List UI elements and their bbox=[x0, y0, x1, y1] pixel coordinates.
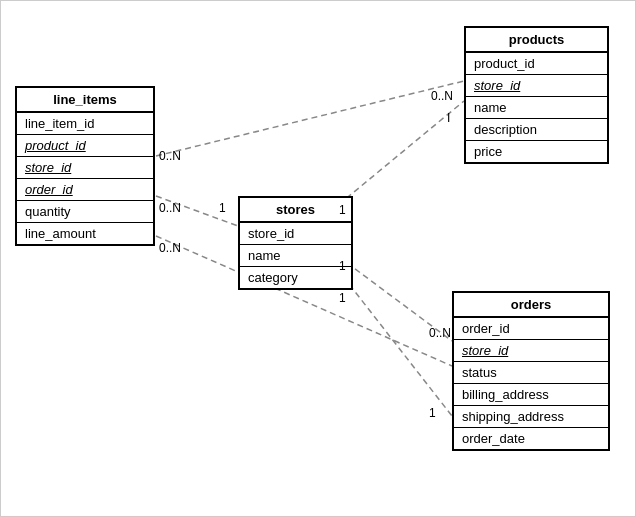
field-line-amount: line_amount bbox=[17, 223, 153, 244]
entity-orders: orders order_id store_id status billing_… bbox=[452, 291, 610, 451]
field-product-id-p: product_id bbox=[466, 53, 607, 75]
field-price: price bbox=[466, 141, 607, 162]
entity-line-items: line_items line_item_id product_id store… bbox=[15, 86, 155, 246]
field-name-p: name bbox=[466, 97, 607, 119]
entity-products-header: products bbox=[466, 28, 607, 53]
field-product-id: product_id bbox=[17, 135, 153, 157]
field-status: status bbox=[454, 362, 608, 384]
entity-orders-header: orders bbox=[454, 293, 608, 318]
card-li-product: 0..N bbox=[159, 149, 181, 163]
field-order-id: order_id bbox=[17, 179, 153, 201]
field-order-date: order_date bbox=[454, 428, 608, 449]
field-category: category bbox=[240, 267, 351, 288]
entity-stores: stores store_id name category bbox=[238, 196, 353, 290]
field-line-item-id: line_item_id bbox=[17, 113, 153, 135]
field-shipping-address: shipping_address bbox=[454, 406, 608, 428]
card-li-order: 0..N bbox=[159, 241, 181, 255]
svg-line-0 bbox=[156, 81, 464, 156]
card-orders-lower-1: 1 bbox=[339, 291, 346, 305]
entity-stores-header: stores bbox=[240, 198, 351, 223]
card-li-store: 0..N bbox=[159, 201, 181, 215]
card-products-stores-n: 0..N bbox=[431, 89, 453, 103]
er-diagram: line_items line_item_id product_id store… bbox=[1, 1, 636, 517]
field-order-id-o: order_id bbox=[454, 318, 608, 340]
card-stores-left-1: 1 bbox=[219, 201, 226, 215]
field-store-id-s: store_id bbox=[240, 223, 351, 245]
field-quantity: quantity bbox=[17, 201, 153, 223]
field-store-id-li: store_id bbox=[17, 157, 153, 179]
entity-products: products product_id store_id name descri… bbox=[464, 26, 609, 164]
field-store-id-o: store_id bbox=[454, 340, 608, 362]
card-orders-lower-n: 1 bbox=[429, 406, 436, 420]
field-description: description bbox=[466, 119, 607, 141]
card-stores-products-1: 1 bbox=[339, 203, 346, 217]
field-billing-address: billing_address bbox=[454, 384, 608, 406]
field-name-s: name bbox=[240, 245, 351, 267]
card-products-i: I bbox=[447, 111, 450, 125]
entity-line-items-header: line_items bbox=[17, 88, 153, 113]
field-store-id-p: store_id bbox=[466, 75, 607, 97]
card-stores-orders-1: 1 bbox=[339, 259, 346, 273]
svg-line-3 bbox=[331, 101, 464, 211]
card-orders-stores-n: 0..N bbox=[429, 326, 451, 340]
